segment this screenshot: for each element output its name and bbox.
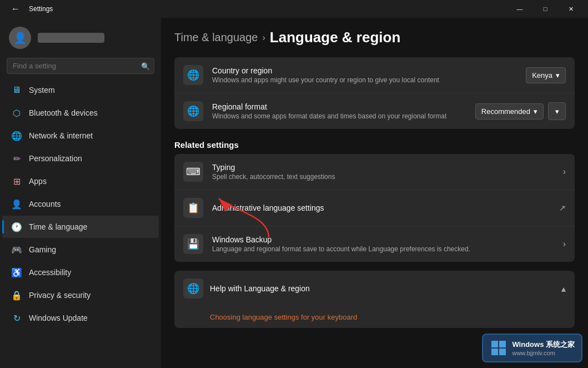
regional-format-text: Regional format Windows and some apps fo…	[212, 102, 466, 120]
svg-rect-4	[499, 349, 506, 355]
sidebar-item-label-apps: Apps	[29, 177, 47, 186]
titlebar-left: ← Settings	[7, 0, 53, 18]
search-box: 🔍	[7, 58, 154, 74]
sidebar-item-system[interactable]: 🖥System	[2, 79, 159, 101]
country-title: Country or region	[212, 66, 517, 75]
regional-format-expand-button[interactable]: ▾	[548, 102, 566, 120]
back-button[interactable]: ←	[7, 0, 24, 18]
admin-language-title: Administrative language settings	[212, 203, 550, 212]
admin-language-icon: 📋	[183, 198, 203, 218]
sidebar-item-time[interactable]: 🕐Time & language	[2, 216, 159, 238]
regional-format-value: Recommended	[481, 107, 530, 116]
gaming-nav-icon: 🎮	[11, 244, 22, 255]
sidebar-item-label-network: Network & internet	[29, 131, 93, 140]
windows-backup-text: Windows Backup Language and regional for…	[212, 235, 554, 253]
typing-chevron-right-icon: ›	[563, 167, 566, 177]
accounts-nav-icon: 👤	[11, 198, 22, 210]
windows-backup-chevron-right-icon: ›	[563, 239, 566, 249]
external-link-icon: ↗	[559, 203, 566, 212]
network-nav-icon: 🌐	[11, 130, 22, 141]
country-row: 🌐 Country or region Windows and apps mig…	[174, 57, 575, 93]
country-chevron-down-icon: ▾	[556, 71, 560, 79]
privacy-nav-icon: 🔒	[11, 290, 22, 301]
sidebar-item-label-gaming: Gaming	[29, 245, 56, 254]
sidebar-item-label-privacy: Privacy & security	[29, 291, 91, 300]
related-settings-card: ⌨ Typing Spell check, autocorrect, text …	[174, 154, 575, 262]
admin-language-control: ↗	[559, 203, 566, 212]
close-button[interactable]: ✕	[558, 0, 584, 18]
svg-rect-3	[491, 349, 498, 355]
sidebar-item-network[interactable]: 🌐Network & internet	[2, 125, 159, 147]
breadcrumb-parent: Time & language	[174, 31, 258, 44]
typing-title: Typing	[212, 163, 554, 172]
sidebar-item-privacy[interactable]: 🔒Privacy & security	[2, 284, 159, 306]
typing-row[interactable]: ⌨ Typing Spell check, autocorrect, text …	[174, 154, 575, 190]
regional-format-icon: 🌐	[183, 101, 203, 121]
breadcrumb-current: Language & region	[270, 29, 400, 46]
related-settings-title: Related settings	[174, 140, 575, 150]
sidebar: 👤 🔍 🖥System⬡Bluetooth & devices🌐Network …	[0, 18, 161, 368]
svg-rect-1	[491, 341, 498, 347]
titlebar: ← Settings — □ ✕	[0, 0, 588, 18]
country-text: Country or region Windows and apps might…	[212, 66, 517, 84]
help-header[interactable]: 🌐 Help with Language & region ▴	[174, 271, 575, 306]
admin-language-text: Administrative language settings	[212, 203, 550, 212]
sidebar-item-label-personalization: Personalization	[29, 154, 82, 163]
sidebar-item-update[interactable]: ↻Windows Update	[2, 307, 159, 329]
sidebar-item-label-update: Windows Update	[29, 314, 88, 322]
watermark-text: Windows 系统之家 www.bjjmlv.com	[512, 340, 575, 356]
titlebar-controls: — □ ✕	[507, 0, 584, 18]
help-link[interactable]: Choosing language settings for your keyb…	[174, 306, 575, 328]
update-nav-icon: ↻	[11, 312, 22, 324]
typing-desc: Spell check, autocorrect, text suggestio…	[212, 173, 554, 181]
windows-backup-title: Windows Backup	[212, 235, 554, 244]
sidebar-item-apps[interactable]: ⊞Apps	[2, 170, 159, 192]
sidebar-item-gaming[interactable]: 🎮Gaming	[2, 238, 159, 261]
windows-backup-desc: Language and regional format save to acc…	[212, 245, 554, 253]
app-container: 👤 🔍 🖥System⬡Bluetooth & devices🌐Network …	[0, 18, 588, 368]
apps-nav-icon: ⊞	[11, 176, 22, 187]
personalization-nav-icon: ✏	[11, 153, 22, 164]
user-profile[interactable]: 👤	[0, 18, 161, 56]
sidebar-item-label-system: System	[29, 86, 55, 95]
country-control: Kenya ▾	[526, 67, 566, 83]
main-content: Time & language › Language & region 🌐 Co…	[161, 18, 588, 368]
svg-rect-2	[499, 341, 506, 347]
titlebar-title: Settings	[29, 5, 53, 13]
regional-format-chevron-down-icon: ▾	[534, 107, 537, 116]
typing-text: Typing Spell check, autocorrect, text su…	[212, 163, 554, 181]
regional-format-desc: Windows and some apps format dates and t…	[212, 112, 466, 120]
country-value: Kenya	[532, 71, 552, 79]
help-header-left: 🌐 Help with Language & region	[183, 279, 310, 299]
system-nav-icon: 🖥	[11, 84, 22, 96]
windows-backup-row[interactable]: 💾 Windows Backup Language and regional f…	[174, 226, 575, 262]
typing-icon: ⌨	[183, 162, 203, 182]
accessibility-nav-icon: ♿	[11, 267, 22, 278]
country-dropdown[interactable]: Kenya ▾	[526, 67, 566, 83]
country-desc: Windows and apps might use your country …	[212, 76, 517, 84]
help-collapse-icon: ▴	[561, 284, 566, 294]
avatar: 👤	[9, 27, 31, 49]
sidebar-item-label-accessibility: Accessibility	[29, 268, 71, 277]
admin-language-row[interactable]: 📋 Administrative language settings ↗	[174, 190, 575, 226]
regional-format-dropdown[interactable]: Recommended ▾	[475, 103, 544, 120]
sidebar-item-bluetooth[interactable]: ⬡Bluetooth & devices	[2, 102, 159, 124]
breadcrumb-separator: ›	[262, 33, 265, 43]
search-input[interactable]	[7, 58, 154, 74]
windows-watermark: Windows 系统之家 www.bjjmlv.com	[482, 334, 582, 362]
sidebar-item-label-accounts: Accounts	[29, 200, 61, 208]
regional-format-control: Recommended ▾ ▾	[475, 102, 566, 120]
windows-backup-control: ›	[563, 239, 566, 249]
sidebar-item-personalization[interactable]: ✏Personalization	[2, 147, 159, 170]
windows-backup-icon: 💾	[183, 234, 203, 254]
sidebar-item-accounts[interactable]: 👤Accounts	[2, 193, 159, 215]
typing-control: ›	[563, 167, 566, 177]
help-section: 🌐 Help with Language & region ▴ Choosing…	[174, 271, 575, 328]
search-icon: 🔍	[141, 62, 150, 70]
sidebar-item-accessibility[interactable]: ♿Accessibility	[2, 261, 159, 284]
related-settings-container: ⌨ Typing Spell check, autocorrect, text …	[174, 154, 575, 262]
regional-format-row: 🌐 Regional format Windows and some apps …	[174, 93, 575, 129]
main-settings-card: 🌐 Country or region Windows and apps mig…	[174, 57, 575, 129]
minimize-button[interactable]: —	[507, 0, 532, 18]
maximize-button[interactable]: □	[532, 0, 558, 18]
